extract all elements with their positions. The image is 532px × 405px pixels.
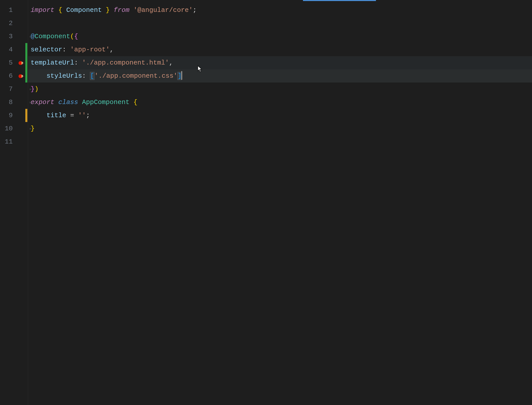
code-line-active[interactable]: styleUrls: ['./app.component.css'] — [28, 69, 532, 83]
string-literal: '@angular/core' — [134, 6, 193, 14]
decorator-name: Component — [35, 33, 70, 40]
line-number[interactable]: 10 — [0, 122, 16, 135]
keyword-class: class — [58, 98, 78, 106]
line-number[interactable]: 5 — [0, 56, 16, 69]
keyword-from: from — [114, 6, 129, 14]
class-name: AppComponent — [82, 98, 129, 106]
line-number[interactable]: 9 — [0, 109, 16, 122]
string-literal: './app.component.css' — [94, 72, 178, 80]
fold-marker-icon[interactable]: ▸ — [29, 100, 31, 105]
code-line[interactable]: import { Component } from '@angular/core… — [28, 4, 532, 17]
line-number[interactable]: 6 — [0, 69, 16, 83]
string-literal: '' — [78, 112, 86, 119]
line-number[interactable]: 3 — [0, 30, 16, 43]
string-literal: 'app-root' — [70, 46, 110, 53]
code-line[interactable]: title = ''; — [28, 109, 532, 122]
fold-marker-icon[interactable]: ▸ — [29, 126, 31, 132]
code-line[interactable]: ▸export class AppComponent { — [28, 96, 532, 109]
git-modified-marker — [25, 109, 27, 122]
property-key: styleUrls — [46, 72, 82, 80]
code-line[interactable]: ▸}) — [28, 83, 532, 96]
fold-marker-icon[interactable]: ▸ — [29, 34, 31, 39]
git-added-marker — [25, 56, 27, 69]
line-number[interactable]: 7 — [0, 83, 16, 96]
property-key: selector — [31, 46, 62, 53]
code-line[interactable]: templateUrl: './app.component.html', — [28, 56, 532, 69]
keyword-import: import — [31, 6, 54, 14]
code-line[interactable] — [28, 135, 532, 148]
code-area[interactable]: import { Component } from '@angular/core… — [28, 0, 532, 405]
debug-breakpoint-icon[interactable] — [18, 73, 25, 79]
git-added-marker — [25, 43, 27, 56]
property-name: title — [46, 112, 66, 119]
decoration-gutter[interactable] — [16, 0, 28, 405]
line-number[interactable]: 11 — [0, 135, 16, 148]
line-number[interactable]: 2 — [0, 17, 16, 30]
debug-breakpoint-icon[interactable] — [18, 60, 25, 66]
line-number[interactable]: 4 — [0, 43, 16, 56]
code-editor[interactable]: 1 2 3 4 5 6 7 8 9 10 11 — [0, 0, 532, 405]
git-added-marker — [25, 69, 27, 83]
line-number-gutter[interactable]: 1 2 3 4 5 6 7 8 9 10 11 — [0, 0, 16, 405]
fold-marker-icon[interactable]: ▸ — [29, 87, 31, 92]
line-number[interactable]: 1 — [0, 4, 16, 17]
code-line[interactable]: ▸} — [28, 122, 532, 135]
identifier: Component — [66, 6, 102, 14]
keyword-export: export — [31, 98, 54, 106]
line-number[interactable]: 8 — [0, 96, 16, 109]
text-cursor — [181, 71, 182, 80]
code-line[interactable] — [28, 17, 532, 30]
property-key: templateUrl — [31, 59, 74, 67]
code-line[interactable]: ▸@Component({ — [28, 30, 532, 43]
code-line[interactable]: selector: 'app-root', — [28, 43, 532, 56]
operator: = — [70, 112, 74, 119]
string-literal: './app.component.html' — [82, 59, 169, 67]
